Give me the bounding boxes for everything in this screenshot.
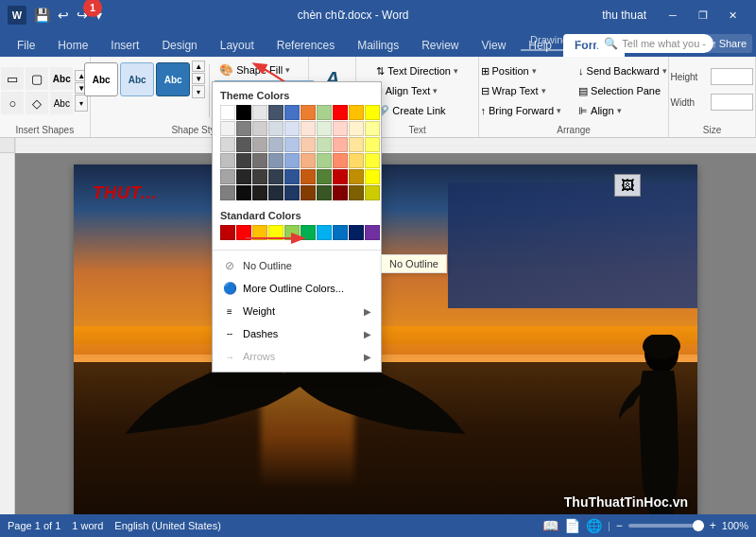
- weight-item[interactable]: ≡ Weight ▶: [213, 300, 381, 322]
- tab-insert[interactable]: Insert: [99, 34, 150, 57]
- theme-color-cell[interactable]: [333, 185, 348, 200]
- arrows-item[interactable]: → Arrows ▶: [213, 345, 381, 368]
- theme-color-cell[interactable]: [236, 105, 251, 120]
- theme-color-cell[interactable]: [268, 105, 284, 120]
- tab-home[interactable]: Home: [46, 34, 99, 57]
- dashes-item[interactable]: ╌ Dashes ▶: [213, 322, 381, 345]
- theme-color-cell[interactable]: [301, 121, 316, 136]
- minimize-btn[interactable]: ─: [658, 0, 688, 30]
- print-layout-btn[interactable]: 📄: [564, 518, 580, 533]
- align-btn[interactable]: ⊫ Align ▾: [573, 101, 673, 120]
- more-colors-item[interactable]: 🔵 More Outline Colors...: [213, 277, 381, 300]
- theme-color-cell[interactable]: [252, 137, 267, 152]
- wrap-text-btn[interactable]: ⊟ Wrap Text ▾: [475, 81, 568, 100]
- theme-color-cell[interactable]: [317, 169, 332, 184]
- tab-file[interactable]: File: [6, 34, 46, 57]
- theme-color-cell[interactable]: [236, 185, 251, 200]
- theme-color-cell[interactable]: [220, 185, 235, 200]
- tab-design[interactable]: Design: [150, 34, 208, 57]
- zoom-slider[interactable]: [628, 524, 704, 528]
- style-scroll-down[interactable]: ▼: [192, 73, 205, 84]
- standard-color-cell[interactable]: [252, 225, 267, 240]
- theme-color-cell[interactable]: [236, 169, 251, 184]
- theme-color-cell[interactable]: [236, 121, 251, 136]
- selection-pane-btn[interactable]: ▤ Selection Pane: [573, 81, 673, 100]
- web-layout-btn[interactable]: 🌐: [586, 518, 602, 533]
- theme-color-cell[interactable]: [349, 169, 364, 184]
- theme-color-cell[interactable]: [268, 185, 284, 200]
- standard-color-cell[interactable]: [220, 225, 235, 240]
- rounded-rect-btn[interactable]: ▢: [26, 67, 48, 90]
- theme-color-cell[interactable]: [365, 121, 380, 136]
- tab-references[interactable]: References: [266, 34, 346, 57]
- theme-color-cell[interactable]: [349, 153, 364, 168]
- theme-color-cell[interactable]: [365, 185, 380, 200]
- theme-color-cell[interactable]: [317, 153, 332, 168]
- tell-me-bar[interactable]: 🔍 Tell me what you -: [596, 34, 713, 53]
- standard-color-cell[interactable]: [301, 225, 316, 240]
- theme-color-cell[interactable]: [301, 153, 316, 168]
- theme-color-cell[interactable]: [317, 137, 332, 152]
- theme-color-cell[interactable]: [333, 137, 348, 152]
- style-sample-1[interactable]: Abc: [84, 62, 118, 96]
- theme-color-cell[interactable]: [333, 169, 348, 184]
- oval-shape-btn[interactable]: ○: [1, 92, 24, 114]
- theme-color-cell[interactable]: [268, 121, 284, 136]
- theme-color-cell[interactable]: [284, 153, 300, 168]
- theme-color-cell[interactable]: [365, 169, 380, 184]
- zoom-out-btn[interactable]: −: [616, 519, 623, 532]
- style-scroll-up[interactable]: ▲: [192, 61, 205, 72]
- shape-fill-btn[interactable]: 🎨 Shape Fill ▾: [214, 61, 314, 79]
- standard-color-cell[interactable]: [268, 225, 284, 240]
- standard-color-cell[interactable]: [236, 225, 251, 240]
- theme-color-cell[interactable]: [268, 169, 284, 184]
- position-btn[interactable]: ⊞ Position ▾: [475, 61, 568, 80]
- theme-color-cell[interactable]: [349, 137, 364, 152]
- text-direction-btn[interactable]: ⇅ Text Direction ▾: [370, 61, 464, 80]
- theme-color-cell[interactable]: [220, 105, 235, 120]
- theme-color-cell[interactable]: [333, 121, 348, 136]
- theme-color-cell[interactable]: [284, 169, 300, 184]
- standard-color-cell[interactable]: [284, 225, 300, 240]
- theme-color-cell[interactable]: [252, 169, 267, 184]
- theme-color-cell[interactable]: [365, 105, 380, 120]
- theme-color-cell[interactable]: [284, 105, 300, 120]
- zoom-in-btn[interactable]: +: [710, 519, 716, 532]
- theme-color-cell[interactable]: [301, 105, 316, 120]
- theme-color-cell[interactable]: [365, 137, 380, 152]
- no-outline-item[interactable]: ⊘ No Outline No Outline: [213, 254, 381, 277]
- tab-review[interactable]: Review: [410, 34, 470, 57]
- theme-color-cell[interactable]: [349, 105, 364, 120]
- theme-color-cell[interactable]: [301, 185, 316, 200]
- style-sample-3[interactable]: Abc: [156, 62, 190, 96]
- theme-color-cell[interactable]: [220, 121, 235, 136]
- align-text-btn[interactable]: ≡ Align Text ▾: [370, 81, 464, 100]
- theme-color-cell[interactable]: [268, 153, 284, 168]
- theme-color-cell[interactable]: [317, 105, 332, 120]
- shapes-more-btn[interactable]: Abc: [50, 92, 73, 114]
- share-btn[interactable]: ↑ Share: [706, 34, 752, 53]
- style-expand-btn[interactable]: ▾: [192, 85, 205, 98]
- document-area[interactable]: THUT... 🖼 ThuThuatTinHoc.vn: [15, 153, 756, 514]
- theme-color-cell[interactable]: [252, 121, 267, 136]
- tab-mailings[interactable]: Mailings: [346, 34, 410, 57]
- undo-quick-btn[interactable]: ↩: [56, 6, 71, 25]
- close-btn[interactable]: ✕: [718, 0, 748, 30]
- restore-btn[interactable]: ❐: [688, 0, 718, 30]
- theme-color-cell[interactable]: [252, 153, 267, 168]
- tab-view[interactable]: View: [471, 34, 518, 57]
- theme-color-cell[interactable]: [333, 153, 348, 168]
- theme-color-cell[interactable]: [301, 137, 316, 152]
- style-sample-2[interactable]: Abc: [120, 62, 154, 96]
- rectangle-shape-btn[interactable]: ▭: [1, 67, 24, 90]
- tab-layout[interactable]: Layout: [209, 34, 266, 57]
- standard-color-cell[interactable]: [349, 225, 364, 240]
- theme-color-cell[interactable]: [236, 137, 251, 152]
- theme-color-cell[interactable]: [268, 137, 284, 152]
- theme-color-cell[interactable]: [252, 185, 267, 200]
- standard-color-cell[interactable]: [333, 225, 348, 240]
- width-input[interactable]: [711, 94, 753, 111]
- save-quick-btn[interactable]: 💾: [32, 6, 52, 25]
- theme-color-cell[interactable]: [284, 185, 300, 200]
- theme-color-cell[interactable]: [349, 121, 364, 136]
